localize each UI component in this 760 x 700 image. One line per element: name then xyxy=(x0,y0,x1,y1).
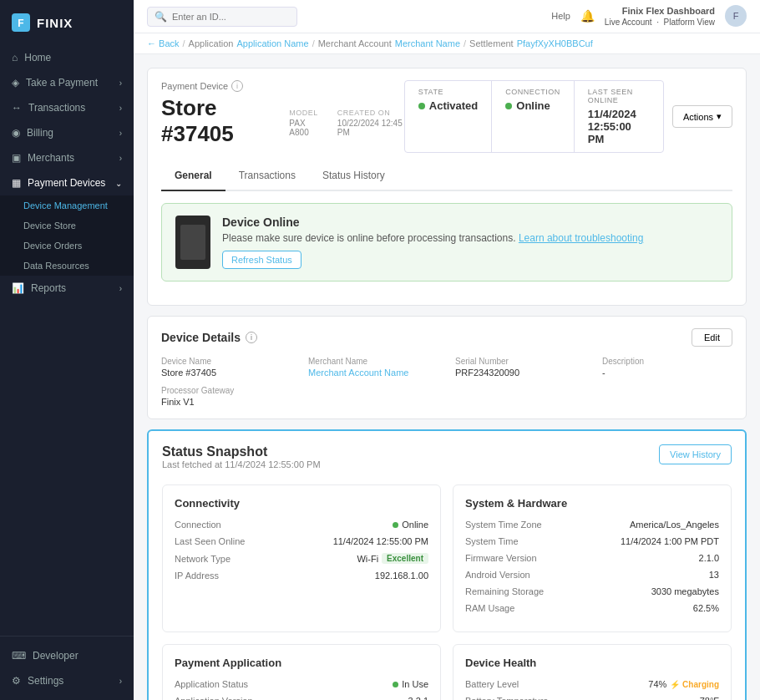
last-seen-value: 11/4/2024 12:55:00 PM xyxy=(588,108,650,145)
snapshot-grid: Connectivity Connection Online Last Seen… xyxy=(162,484,732,700)
sidebar-sub-label-device-orders: Device Orders xyxy=(23,241,82,251)
sidebar-submenu-devices: Device Management Device Store Device Or… xyxy=(0,195,134,276)
connectivity-section: Connectivity Connection Online Last Seen… xyxy=(162,484,441,632)
account-info: Finix Flex Dashboard Live Account · Plat… xyxy=(605,5,715,28)
page-header-top: Payment Device i Store #37405 MODEL PAX … xyxy=(161,80,732,153)
search-box[interactable]: 🔍 xyxy=(147,7,297,27)
connectivity-title: Connectivity xyxy=(175,497,428,510)
detail-description: Description - xyxy=(602,357,732,378)
search-icon: 🔍 xyxy=(155,11,167,23)
view-history-button[interactable]: View History xyxy=(659,444,732,464)
help-link[interactable]: Help xyxy=(551,11,570,21)
notification-bell-icon[interactable]: 🔔 xyxy=(580,9,595,23)
connectivity-ip-row: IP Address 192.168.1.00 xyxy=(175,571,428,581)
title-section: Payment Device i Store #37405 MODEL PAX … xyxy=(161,80,404,147)
topbar: 🔍 Help 🔔 Finix Flex Dashboard Live Accou… xyxy=(134,0,760,33)
avatar: F xyxy=(725,5,747,27)
account-name: Finix Flex Dashboard xyxy=(605,5,715,17)
title-row: Store #37405 MODEL PAX A800 CREATED ON 1… xyxy=(161,95,404,147)
finix-logo-icon: F xyxy=(12,13,30,32)
detail-device-name: Device Name Store #37405 xyxy=(161,357,291,378)
system-time-row: System Time 11/4/2024 1:00 PM PDT xyxy=(465,536,719,546)
model-meta: MODEL PAX A800 xyxy=(289,109,320,137)
snapshot-title: Status Snapshot xyxy=(162,444,321,459)
sidebar-item-billing[interactable]: ◉ Billing › xyxy=(0,120,134,145)
snapshot-subtitle: Last fetched at 11/4/2024 12:55:00 PM xyxy=(162,459,321,469)
merchant-name-link[interactable]: Merchant Account Name xyxy=(308,368,408,378)
back-link[interactable]: ← Back xyxy=(147,38,180,48)
sidebar-item-home[interactable]: ⌂ Home xyxy=(0,45,134,70)
refresh-status-button[interactable]: Refresh Status xyxy=(222,251,301,269)
page-title: Store #37405 xyxy=(161,95,276,147)
connectivity-network-type-row: Network Type Wi-Fi Excellent xyxy=(175,553,428,564)
system-ram-row: RAM Usage 62.5% xyxy=(465,603,719,613)
main-content: 🔍 Help 🔔 Finix Flex Dashboard Live Accou… xyxy=(134,0,760,700)
state-value: Activated xyxy=(418,99,479,112)
payment-app-section: Payment Application Application Status I… xyxy=(162,644,441,700)
detail-merchant-name: Merchant Name Merchant Account Name xyxy=(308,357,438,378)
tab-transactions[interactable]: Transactions xyxy=(225,161,309,191)
sidebar-item-device-management[interactable]: Device Management xyxy=(0,195,134,216)
sidebar-item-settings[interactable]: ⚙ Settings › xyxy=(0,668,134,693)
snapshot-header: Status Snapshot Last fetched at 11/4/202… xyxy=(162,444,732,481)
tab-status-history[interactable]: Status History xyxy=(309,161,398,191)
detail-processor-gateway: Processor Gateway Finix V1 xyxy=(161,386,291,407)
sidebar-item-merchants[interactable]: ▣ Merchants › xyxy=(0,145,134,170)
content-area: Payment Device i Store #37405 MODEL PAX … xyxy=(134,54,760,700)
connectivity-last-seen-row: Last Seen Online 11/4/2024 12:55:00 PM xyxy=(175,536,428,546)
sidebar-label-home: Home xyxy=(24,52,51,63)
created-meta: CREATED ON 10/22/2024 12:45 PM xyxy=(337,109,404,137)
tab-general[interactable]: General xyxy=(161,161,225,191)
chevron-right-icon: › xyxy=(119,154,122,163)
tabs: General Transactions Status History xyxy=(161,161,732,191)
charging-badge: ⚡ Charging xyxy=(670,680,719,689)
last-seen-status: LAST SEEN ONLINE 11/4/2024 12:55:00 PM xyxy=(575,81,663,152)
sidebar-label-take-payment: Take a Payment xyxy=(26,77,98,89)
search-input[interactable] xyxy=(172,12,290,22)
developer-icon: ⌨ xyxy=(12,650,26,662)
sidebar-label-settings: Settings xyxy=(28,675,63,687)
system-timezone-row: System Time Zone America/Los_Angeles xyxy=(465,520,719,530)
device-health-title: Device Health xyxy=(465,657,719,669)
connectivity-connection-row: Connection Online xyxy=(175,520,428,530)
status-bar: STATE Activated CONNECTION Online xyxy=(404,80,664,153)
sidebar-item-transactions[interactable]: ↔ Transactions › xyxy=(0,95,134,120)
devices-icon: ▦ xyxy=(12,177,21,189)
chevron-right-icon: › xyxy=(119,284,122,293)
sidebar-item-reports[interactable]: 📊 Reports › xyxy=(0,276,134,301)
device-details-grid: Device Name Store #37405 Merchant Name M… xyxy=(161,357,732,407)
chevron-right-icon: › xyxy=(119,79,122,88)
state-status: STATE Activated xyxy=(405,81,493,152)
device-details-info-icon[interactable]: i xyxy=(246,332,257,343)
breadcrumb-application-name[interactable]: Application Name xyxy=(236,38,308,48)
device-health-section: Device Health Battery Level 74% ⚡ Chargi… xyxy=(453,644,732,700)
sidebar-item-data-resources[interactable]: Data Resources xyxy=(0,256,134,276)
sidebar-item-take-payment[interactable]: ◈ Take a Payment › xyxy=(0,70,134,95)
app-status-row: Application Status In Use xyxy=(175,679,428,689)
troubleshoot-link[interactable]: Learn about troubleshooting xyxy=(519,232,643,244)
home-icon: ⌂ xyxy=(12,52,18,63)
info-icon[interactable]: i xyxy=(231,80,243,92)
breadcrumb-settlement-id[interactable]: PfayfXyXH0BBCuf xyxy=(517,38,593,48)
payment-icon: ◈ xyxy=(12,77,19,89)
breadcrumb-merchant-name[interactable]: Merchant Name xyxy=(395,38,460,48)
topbar-right: Help 🔔 Finix Flex Dashboard Live Account… xyxy=(551,5,747,28)
sidebar-item-payment-devices[interactable]: ▦ Payment Devices ⌄ xyxy=(0,170,134,195)
chevron-down-icon: ▾ xyxy=(717,111,722,122)
battery-temp-row: Battery Temperature 78°F xyxy=(465,696,719,700)
svg-text:F: F xyxy=(18,18,23,29)
transactions-icon: ↔ xyxy=(12,102,22,114)
sidebar-item-developer[interactable]: ⌨ Developer xyxy=(0,643,134,668)
sidebar-item-device-orders[interactable]: Device Orders xyxy=(0,236,134,256)
device-details-edit-button[interactable]: Edit xyxy=(692,328,732,347)
alert-banner: Device Online Please make sure device is… xyxy=(161,203,732,282)
state-dot xyxy=(418,103,425,109)
breadcrumb: ← Back / Application Application Name / … xyxy=(134,33,760,54)
excellent-badge: Excellent xyxy=(382,553,428,564)
device-details-card: Device Details i Edit Device Name Store … xyxy=(147,316,747,419)
system-firmware-row: Firmware Version 2.1.0 xyxy=(465,553,719,563)
actions-button[interactable]: Actions ▾ xyxy=(672,105,732,128)
sidebar: F FINIX ⌂ Home ◈ Take a Payment › ↔ Tran… xyxy=(0,0,134,700)
sidebar-item-device-store[interactable]: Device Store xyxy=(0,216,134,236)
connection-value: Online xyxy=(505,99,560,112)
